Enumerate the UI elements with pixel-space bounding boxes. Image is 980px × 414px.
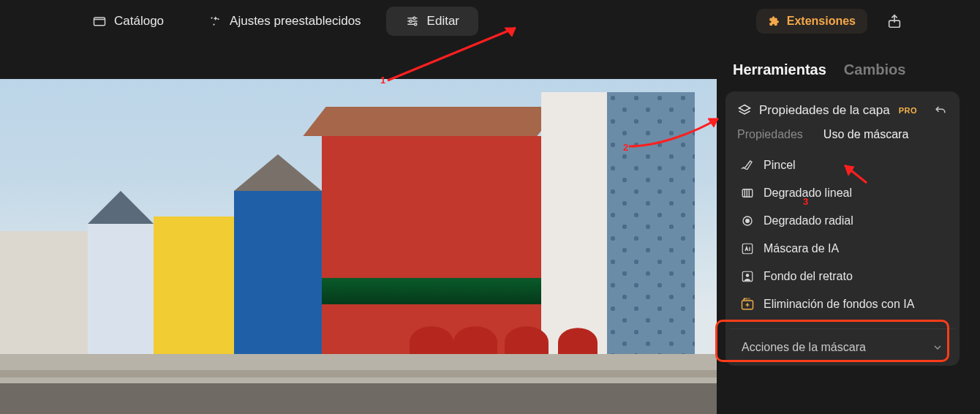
tool-label: Eliminación de fondos con IA [764, 298, 914, 311]
svg-point-1 [211, 17, 212, 18]
tool-portrait-background[interactable]: Fondo del retrato [734, 263, 951, 290]
svg-point-3 [213, 23, 214, 25]
undo-button[interactable] [933, 103, 948, 118]
subtab-mask-use[interactable]: Uso de máscara [823, 128, 909, 141]
presets-button[interactable]: Ajustes preestablecidos [189, 7, 380, 36]
panel-title: Propiedades de la capa [759, 103, 890, 118]
annotation-label-3: 3 [803, 196, 808, 207]
side-tabs: Herramientas Cambios [725, 61, 960, 78]
undo-icon [933, 103, 948, 118]
svg-rect-8 [742, 189, 753, 197]
svg-line-16 [388, 28, 516, 80]
photo-preview [0, 79, 717, 414]
svg-point-2 [217, 18, 219, 20]
tab-changes[interactable]: Cambios [844, 61, 905, 78]
tool-label: Máscara de IA [764, 242, 839, 255]
linear-gradient-icon [740, 186, 755, 200]
panel-subtabs: Propiedades Uso de máscara [730, 128, 955, 151]
extensions-button[interactable]: Extensiones [756, 9, 867, 34]
sparkle-icon [208, 14, 222, 29]
puzzle-icon [768, 15, 781, 28]
annotation-highlight-box [715, 320, 949, 362]
svg-text:PRO: PRO [744, 297, 751, 301]
annotation-arrow-2 [623, 110, 725, 154]
share-icon [886, 13, 902, 29]
panel-header[interactable]: Propiedades de la capa PRO [730, 103, 955, 128]
subtab-properties[interactable]: Propiedades [737, 128, 803, 141]
layers-icon [737, 103, 752, 118]
catalog-button[interactable]: Catálogo [73, 7, 183, 36]
catalog-label: Catálogo [114, 14, 164, 29]
tool-label: Pincel [764, 159, 796, 172]
tool-radial-gradient[interactable]: Degradado radial [734, 207, 951, 235]
tab-tools[interactable]: Herramientas [733, 61, 826, 78]
tool-label: Fondo del retrato [764, 270, 853, 283]
portrait-icon [740, 269, 755, 284]
presets-label: Ajustes preestablecidos [230, 14, 361, 29]
annotation-label-1: 1 [380, 75, 385, 86]
annotation-arrow-3 [826, 161, 870, 186]
bg-remove-pro-icon: PRO [740, 297, 755, 312]
svg-rect-0 [94, 18, 105, 26]
ai-icon [740, 241, 755, 256]
tool-ai-mask[interactable]: Máscara de IA [734, 235, 951, 263]
image-canvas[interactable] [0, 42, 717, 414]
share-button[interactable] [882, 9, 907, 34]
pro-badge: PRO [899, 106, 917, 115]
tool-ai-background-removal[interactable]: PRO Eliminación de fondos con IA [734, 290, 951, 318]
svg-point-10 [746, 219, 750, 223]
annotation-arrow-1 [380, 15, 534, 88]
annotation-label-2: 2 [623, 142, 628, 153]
folder-icon [92, 14, 107, 29]
tool-label: Degradado radial [764, 214, 853, 227]
extensions-label: Extensiones [787, 15, 856, 28]
svg-point-13 [746, 274, 750, 277]
brush-icon [740, 158, 755, 173]
radial-gradient-icon [740, 214, 755, 228]
